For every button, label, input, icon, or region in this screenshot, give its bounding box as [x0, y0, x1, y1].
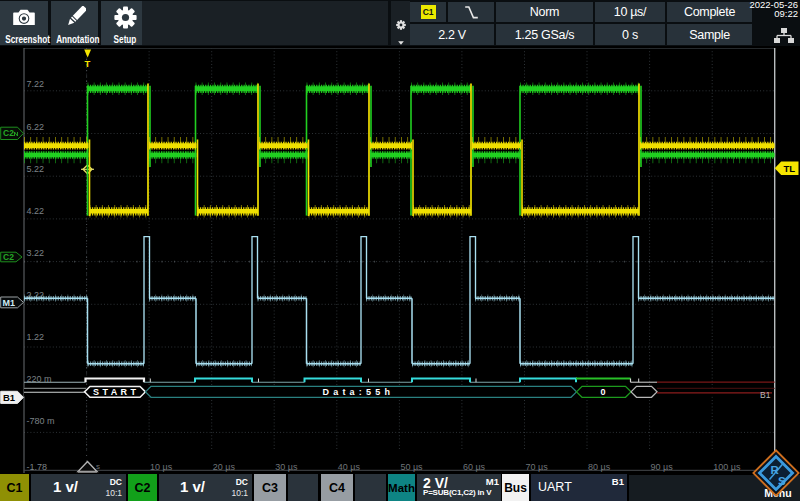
- svg-text:7.22: 7.22: [27, 79, 45, 89]
- svg-text:B1: B1: [3, 392, 16, 403]
- svg-text:START: START: [93, 387, 139, 397]
- svg-text:90 µs: 90 µs: [651, 462, 674, 472]
- svg-text:60 µs: 60 µs: [463, 462, 486, 472]
- svg-text:5.22: 5.22: [27, 164, 45, 174]
- svg-text:-780 m: -780 m: [27, 416, 55, 426]
- svg-text:S: S: [778, 475, 786, 487]
- svg-text:0: 0: [601, 387, 606, 397]
- svg-text:Data:55h: Data:55h: [323, 387, 395, 397]
- svg-text:100 µs: 100 µs: [713, 462, 741, 472]
- svg-text:20 µs: 20 µs: [213, 462, 236, 472]
- svg-text:C2: C2: [3, 128, 14, 138]
- svg-text:4.22: 4.22: [27, 206, 45, 216]
- svg-text:6.22: 6.22: [27, 122, 45, 132]
- svg-text:40 µs: 40 µs: [338, 462, 361, 472]
- svg-text:50 µs: 50 µs: [400, 462, 423, 472]
- svg-text:M1: M1: [3, 298, 16, 308]
- svg-text:s: s: [96, 462, 100, 471]
- svg-text:30 µs: 30 µs: [275, 462, 298, 472]
- svg-text:B1: B1: [760, 390, 771, 400]
- svg-text:T: T: [85, 58, 91, 69]
- svg-text:80 µs: 80 µs: [588, 462, 611, 472]
- svg-text:C2: C2: [3, 252, 14, 262]
- svg-text:3.22: 3.22: [27, 248, 45, 258]
- svg-text:10 µs: 10 µs: [150, 462, 173, 472]
- svg-text:TL: TL: [784, 163, 796, 174]
- svg-text:-1.78: -1.78: [27, 462, 48, 472]
- svg-text:1.22: 1.22: [27, 332, 45, 342]
- svg-text:70 µs: 70 µs: [526, 462, 549, 472]
